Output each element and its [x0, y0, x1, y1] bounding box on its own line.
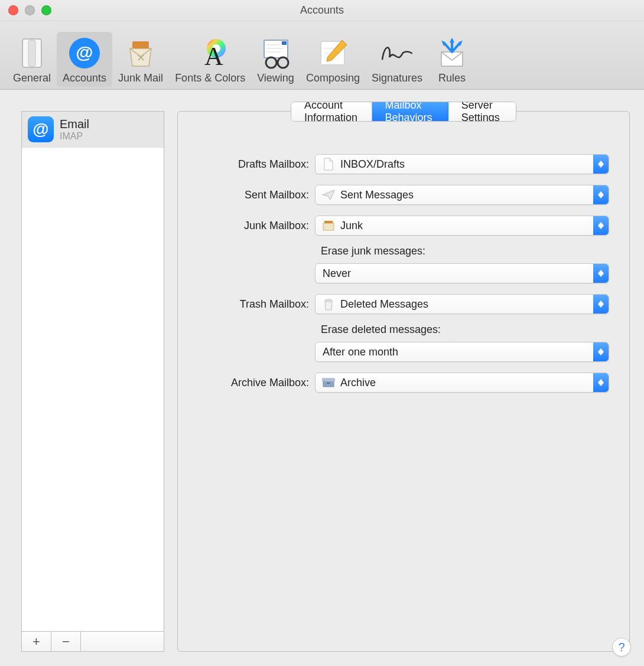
svg-marker-29 — [598, 195, 604, 198]
trash-can-icon — [320, 298, 337, 311]
toolbar-label: General — [13, 72, 51, 84]
toolbar-composing[interactable]: Composing — [300, 32, 366, 87]
popup-arrows-icon — [593, 216, 609, 235]
account-text: Email IMAP — [60, 117, 89, 142]
svg-marker-45 — [598, 383, 604, 386]
toolbar-signatures[interactable]: Signatures — [366, 32, 428, 87]
erase-junk-label: Erase junk messages: — [321, 245, 609, 257]
account-name: Email — [60, 117, 89, 131]
general-icon — [14, 35, 50, 71]
trash-mailbox-popup[interactable]: Deleted Messages — [315, 294, 609, 314]
erase-junk-value: Never — [323, 267, 593, 280]
popup-arrows-icon — [593, 185, 609, 204]
toolbar-label: Fonts & Colors — [175, 72, 245, 84]
sidebar-spacer — [81, 632, 164, 651]
preferences-toolbar: General @ Accounts ✕ Junk Mail — [0, 21, 644, 90]
svg-rect-42 — [323, 378, 334, 381]
sent-mailbox-popup[interactable]: Sent Messages — [315, 185, 609, 205]
accounts-sidebar: @ Email IMAP + − — [21, 111, 164, 652]
trash-label: Trash Mailbox: — [188, 298, 315, 311]
svg-rect-31 — [324, 221, 333, 223]
svg-text:A: A — [204, 42, 223, 70]
titlebar: Accounts — [0, 0, 644, 21]
archive-box-icon — [320, 376, 337, 389]
archive-row: Archive Mailbox: Archive — [188, 373, 609, 393]
toolbar-accounts[interactable]: @ Accounts — [57, 32, 112, 87]
toolbar-viewing[interactable]: Viewing — [251, 32, 300, 87]
junk-row: Junk Mailbox: Junk — [188, 216, 609, 236]
svg-point-15 — [278, 57, 288, 68]
popup-arrows-icon — [593, 373, 609, 392]
account-item[interactable]: @ Email IMAP — [22, 112, 164, 148]
toolbar-rules[interactable]: Rules — [428, 32, 476, 87]
remove-account-button[interactable]: − — [51, 632, 81, 651]
toolbar-label: Composing — [306, 72, 360, 84]
erase-deleted-popup[interactable]: After one month — [315, 342, 609, 362]
junk-mailbox-popup[interactable]: Junk — [315, 216, 609, 236]
svg-rect-1 — [28, 40, 35, 66]
svg-point-14 — [266, 57, 277, 68]
toolbar-junk-mail[interactable]: ✕ Junk Mail — [112, 32, 169, 87]
toolbar-general[interactable]: General — [7, 32, 57, 87]
help-button[interactable]: ? — [612, 638, 631, 657]
help-icon: ? — [618, 641, 625, 654]
svg-marker-27 — [598, 164, 604, 168]
junk-mail-icon: ✕ — [123, 35, 158, 71]
popup-arrows-icon — [593, 155, 609, 174]
archive-value: Archive — [340, 377, 593, 389]
trash-value: Deleted Messages — [340, 298, 593, 311]
erase-junk-popup[interactable]: Never — [315, 263, 609, 283]
accounts-icon: @ — [67, 35, 102, 71]
svg-marker-35 — [598, 273, 604, 277]
drafts-label: Drafts Mailbox: — [188, 158, 315, 171]
add-account-button[interactable]: + — [22, 632, 51, 651]
sent-label: Sent Mailbox: — [188, 189, 315, 201]
trash-row: Trash Mailbox: Deleted Messages — [188, 294, 609, 314]
svg-marker-38 — [598, 304, 604, 308]
svg-rect-43 — [327, 383, 330, 384]
svg-rect-10 — [282, 41, 287, 45]
at-sign-icon: @ — [28, 116, 54, 142]
sidebar-buttons: + − — [22, 631, 164, 651]
erase-deleted-label: Erase deleted messages: — [321, 324, 609, 336]
toolbar-label: Junk Mail — [118, 72, 163, 84]
toolbar-fonts-colors[interactable]: A Fonts & Colors — [169, 32, 251, 87]
svg-marker-40 — [598, 352, 604, 355]
svg-rect-30 — [323, 223, 334, 230]
svg-marker-24 — [450, 38, 454, 43]
document-icon — [320, 158, 337, 171]
signatures-icon — [379, 35, 415, 71]
tab-server-settings[interactable]: Server Settings — [448, 102, 516, 121]
popup-arrows-icon — [593, 295, 609, 314]
svg-point-36 — [325, 299, 332, 302]
fonts-colors-icon: A — [193, 35, 228, 71]
sent-row: Sent Mailbox: Sent Messages — [188, 185, 609, 205]
rules-icon — [434, 35, 470, 71]
popup-arrows-icon — [593, 264, 609, 283]
junk-label: Junk Mailbox: — [188, 220, 315, 232]
content-area: @ Email IMAP + − Account Information Mai… — [0, 90, 644, 666]
paper-plane-icon — [320, 188, 337, 201]
tab-account-information[interactable]: Account Information — [291, 102, 372, 121]
svg-marker-33 — [598, 226, 604, 229]
viewing-icon — [258, 35, 294, 71]
toolbar-label: Rules — [438, 72, 466, 84]
toolbar-label: Signatures — [372, 72, 422, 84]
erase-junk-row: Never — [188, 263, 609, 283]
window-title: Accounts — [0, 4, 644, 17]
archive-label: Archive Mailbox: — [188, 377, 315, 389]
drafts-value: INBOX/Drafts — [340, 158, 593, 171]
svg-text:@: @ — [76, 43, 93, 62]
junk-value: Junk — [340, 220, 593, 232]
tab-mailbox-behaviors[interactable]: Mailbox Behaviors — [372, 102, 448, 121]
archive-mailbox-popup[interactable]: Archive — [315, 373, 609, 393]
drafts-mailbox-popup[interactable]: INBOX/Drafts — [315, 154, 609, 174]
svg-text:✕: ✕ — [136, 52, 145, 64]
erase-deleted-value: After one month — [323, 346, 593, 358]
junk-box-icon — [320, 219, 337, 232]
drafts-row: Drafts Mailbox: INBOX/Drafts — [188, 154, 609, 174]
svg-rect-4 — [132, 41, 149, 48]
account-type: IMAP — [60, 131, 89, 142]
sent-value: Sent Messages — [340, 189, 593, 201]
mailbox-behaviors-form: Drafts Mailbox: INBOX/Drafts Sent Mailbo… — [178, 112, 629, 417]
